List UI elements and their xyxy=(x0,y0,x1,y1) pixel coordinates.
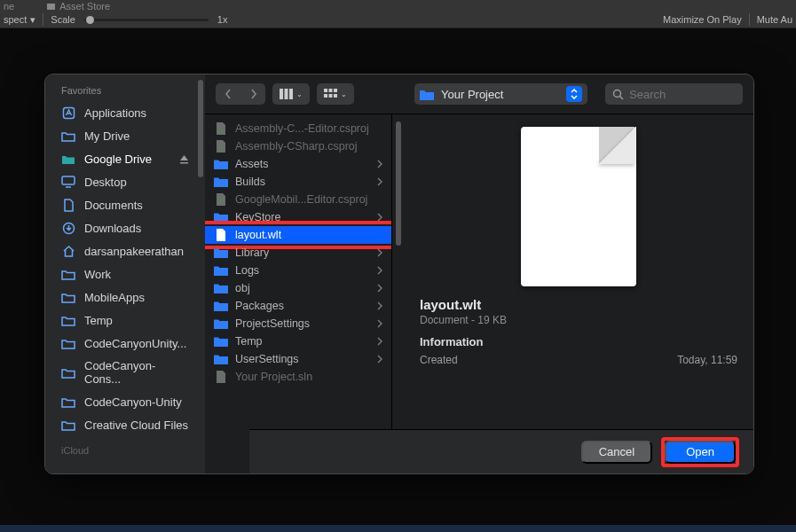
path-label: Your Project xyxy=(441,88,503,101)
svg-rect-5 xyxy=(280,89,283,99)
sidebar-item-codecanyonunity-[interactable]: CodeCanyonUnity... xyxy=(45,332,205,355)
svg-rect-9 xyxy=(329,89,333,92)
slider-thumb[interactable] xyxy=(86,16,94,24)
asset-store-tab[interactable]: Asset Store xyxy=(46,1,110,12)
chevron-right-icon xyxy=(377,337,382,346)
file-row: Your Project.sln xyxy=(205,368,391,386)
folder-icon xyxy=(61,290,75,304)
sidebar-item-mobileapps[interactable]: MobileApps xyxy=(45,286,205,309)
view-columns-button[interactable]: ⌄ xyxy=(272,83,310,105)
open-button[interactable]: Open xyxy=(665,441,736,464)
file-column: Assembly-C...-Editor.csprojAssembly-CSha… xyxy=(205,114,391,473)
eject-icon[interactable] xyxy=(179,154,189,164)
search-input[interactable] xyxy=(629,88,736,101)
preview-thumbnail xyxy=(521,127,636,286)
chevron-right-icon xyxy=(377,319,382,328)
file-row: Assembly-CSharp.csproj xyxy=(205,137,391,155)
folder-icon xyxy=(61,395,75,409)
svg-rect-8 xyxy=(324,89,327,92)
scrollbar-thumb[interactable] xyxy=(396,121,401,246)
sidebar-item-desktop[interactable]: Desktop xyxy=(45,170,205,193)
folder-icon xyxy=(214,301,228,311)
file-row[interactable]: obj xyxy=(205,279,391,297)
folder-icon xyxy=(61,129,75,143)
sidebar-item-creative-cloud-files[interactable]: Creative Cloud Files xyxy=(45,413,205,436)
sidebar-item-google-drive[interactable]: Google Drive xyxy=(45,147,205,170)
view-groupby-button[interactable]: ⌄ xyxy=(317,83,354,105)
preview-pane: layout.wlt Document - 19 KB Information … xyxy=(404,114,753,473)
sidebar-item-label: MobileApps xyxy=(84,291,145,304)
file-row[interactable]: ProjectSettings xyxy=(205,315,391,332)
app-icon xyxy=(61,106,75,120)
document-icon xyxy=(214,193,228,206)
file-row[interactable]: Assets xyxy=(205,155,391,173)
gdrive-icon xyxy=(61,152,75,166)
folder-icon xyxy=(61,267,75,281)
search-field[interactable] xyxy=(605,83,743,105)
sidebar-item-temp[interactable]: Temp xyxy=(45,309,205,332)
sidebar-scrollbar[interactable] xyxy=(198,80,203,177)
scale-slider[interactable] xyxy=(84,19,209,21)
sidebar-item-label: CodeCanyon-Unity xyxy=(84,395,182,409)
cancel-button[interactable]: Cancel xyxy=(581,441,652,464)
sidebar-item-work[interactable]: Work xyxy=(45,262,205,286)
folder-icon xyxy=(214,159,228,169)
file-row[interactable]: KeyStore xyxy=(205,208,391,226)
file-row[interactable]: Builds xyxy=(205,173,391,191)
scale-label: Scale xyxy=(51,14,75,25)
preview-created-label: Created xyxy=(420,354,458,366)
divider xyxy=(43,13,43,26)
columns-icon xyxy=(280,89,293,99)
svg-rect-2 xyxy=(62,176,75,184)
sidebar-heading-icloud: iCloud xyxy=(45,445,205,461)
sidebar-item-label: Google Drive xyxy=(84,153,152,166)
preview-subtitle: Document - 19 KB xyxy=(420,314,737,326)
file-row[interactable]: Packages xyxy=(205,297,391,315)
file-row-label: Logs xyxy=(235,264,259,277)
chevron-right-icon xyxy=(377,160,382,168)
file-row[interactable]: Temp xyxy=(205,332,391,350)
sidebar-item-my-drive[interactable]: My Drive xyxy=(45,124,205,147)
maximize-on-play-toggle[interactable]: Maximize On Play xyxy=(663,14,742,25)
folder-icon xyxy=(61,336,75,350)
path-selector[interactable]: Your Project xyxy=(414,83,587,105)
file-row-label: UserSettings xyxy=(235,353,299,365)
scale-value: 1x xyxy=(217,14,228,25)
sidebar-item-applications[interactable]: Applications xyxy=(45,101,205,124)
path-updown-icon xyxy=(566,86,582,102)
grid-icon xyxy=(324,89,337,99)
sidebar-item-label: CodeCanyon-Cons... xyxy=(84,359,189,386)
file-row[interactable]: UserSettings xyxy=(205,350,391,368)
sidebar-item-downloads[interactable]: Downloads xyxy=(45,216,205,239)
chevron-right-icon xyxy=(377,266,382,275)
svg-rect-6 xyxy=(285,89,288,99)
preview-created-value: Today, 11:59 xyxy=(677,354,737,366)
chevron-right-icon xyxy=(377,301,382,310)
file-row[interactable]: layout.wlt xyxy=(205,226,391,244)
preview-created-row: Created Today, 11:59 xyxy=(420,354,737,366)
nav-forward-button[interactable] xyxy=(240,83,265,105)
unity-controls-bar: spect ▾ Scale 1x Maximize On Play Mute A… xyxy=(0,12,796,28)
mute-audio-toggle[interactable]: Mute Au xyxy=(757,14,792,25)
chevron-right-icon xyxy=(377,213,382,222)
folder-icon xyxy=(214,283,228,293)
file-row-label: GoogleMobil...Editor.csproj xyxy=(235,193,367,206)
folder-icon xyxy=(214,318,228,329)
file-row[interactable]: Library xyxy=(205,244,391,262)
sidebar-item-label: Downloads xyxy=(84,222,141,235)
file-row-label: Library xyxy=(235,246,269,259)
sidebar-item-darsanpakeerathan[interactable]: darsanpakeerathan xyxy=(45,239,205,262)
aspect-dropdown[interactable]: spect xyxy=(4,14,27,25)
sidebar-item-documents[interactable]: Documents xyxy=(45,193,205,216)
file-row[interactable]: Logs xyxy=(205,262,391,279)
file-row-label: Your Project.sln xyxy=(235,371,312,383)
nav-back-button[interactable] xyxy=(216,83,240,105)
sidebar-item-codecanyon-unity[interactable]: CodeCanyon-Unity xyxy=(45,390,205,413)
folder-icon xyxy=(214,212,228,223)
svg-rect-13 xyxy=(334,94,337,98)
sidebar-item-codecanyon-cons-[interactable]: CodeCanyon-Cons... xyxy=(45,355,205,390)
column-scrollbar[interactable] xyxy=(391,114,404,473)
preview-info-heading: Information xyxy=(420,335,737,348)
file-row-label: ProjectSettings xyxy=(235,317,310,330)
svg-rect-10 xyxy=(334,89,337,92)
